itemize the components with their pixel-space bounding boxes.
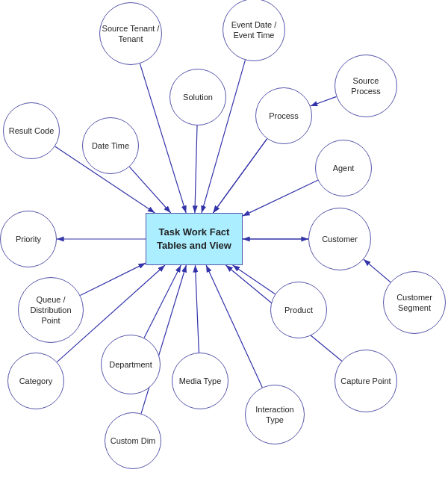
diagram-container: Task Work FactTables and View Source Ten… [0, 0, 448, 493]
department-label: Department [109, 359, 152, 370]
date-time-label: Date Time [92, 140, 129, 151]
product-label: Product [284, 305, 313, 315]
source-tenant-node: Source Tenant /Tenant [99, 2, 162, 65]
product-node: Product [270, 282, 327, 338]
source-process-node: SourceProcess [335, 55, 397, 117]
custom-dim-label: Custom Dim [111, 435, 156, 446]
capture-point-node: Capture Point [335, 350, 397, 412]
center-node: Task Work FactTables and View [146, 213, 243, 265]
source-tenant-label: Source Tenant /Tenant [102, 23, 160, 45]
category-label: Category [19, 376, 53, 386]
customer-label: Customer [322, 234, 358, 244]
svg-line-20 [213, 139, 267, 213]
result-code-label: Result Code [9, 125, 55, 136]
capture-point-label: Capture Point [340, 376, 391, 386]
category-node: Category [7, 353, 64, 409]
agent-label: Agent [333, 163, 355, 173]
svg-line-8 [243, 180, 318, 216]
customer-node: Customer [308, 208, 371, 270]
svg-line-11 [80, 263, 146, 295]
queue-node: Queue /DistributionPoint [18, 277, 84, 343]
solution-label: Solution [183, 92, 213, 102]
department-node: Department [101, 335, 161, 394]
source-process-label: SourceProcess [351, 75, 381, 97]
process-node: Process [255, 87, 312, 144]
interaction-type-node: InteractionType [245, 385, 305, 444]
process-label: Process [269, 111, 299, 121]
custom-dim-node: Custom Dim [105, 412, 161, 469]
queue-label: Queue /DistributionPoint [30, 294, 71, 326]
media-type-label: Media Type [179, 376, 222, 386]
date-time-node: Date Time [82, 117, 139, 174]
media-type-node: Media Type [172, 353, 228, 409]
svg-line-21 [364, 259, 391, 282]
svg-line-7 [129, 167, 170, 213]
svg-line-14 [144, 265, 181, 338]
svg-line-19 [311, 96, 337, 106]
svg-line-12 [233, 265, 276, 294]
solution-node: Solution [169, 69, 226, 125]
event-date-label: Event Date /Event Time [231, 19, 277, 41]
agent-node: Agent [315, 140, 372, 196]
priority-label: Priority [16, 234, 41, 244]
interaction-type-label: InteractionType [255, 404, 293, 426]
svg-line-5 [195, 125, 197, 213]
customer-segment-node: CustomerSegment [383, 271, 446, 334]
priority-node: Priority [0, 211, 57, 267]
svg-line-16 [195, 265, 199, 353]
event-date-node: Event Date /Event Time [223, 0, 285, 61]
svg-line-6 [213, 139, 267, 213]
center-node-label: Task Work FactTables and View [157, 226, 231, 252]
customer-segment-label: CustomerSegment [396, 292, 432, 314]
result-code-node: Result Code [3, 102, 60, 159]
